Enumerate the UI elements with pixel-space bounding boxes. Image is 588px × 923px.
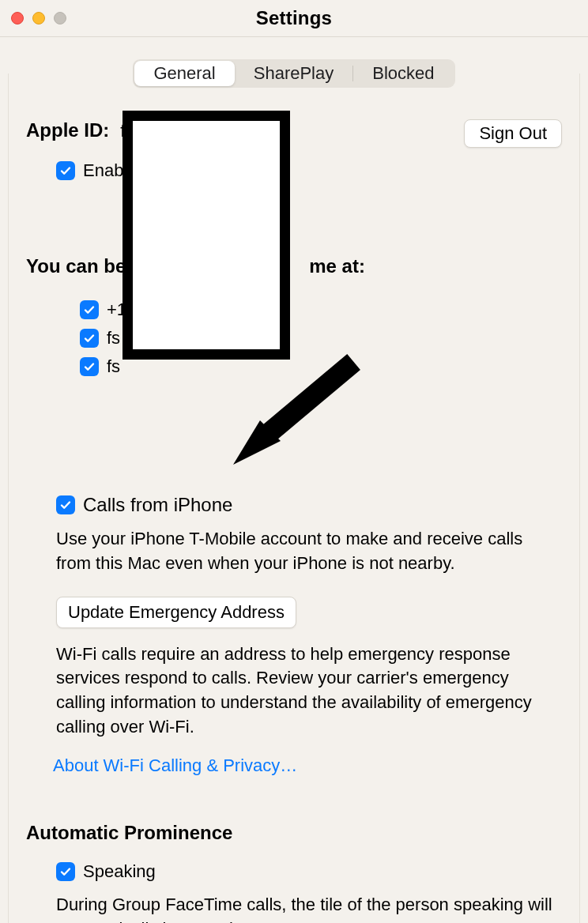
window-title: Settings: [0, 7, 588, 29]
titlebar: Settings: [0, 0, 588, 37]
reachable-checkbox-2[interactable]: [80, 357, 99, 376]
reachable-label-1: fs: [107, 328, 120, 348]
reachable-heading-prefix: You can be: [26, 255, 126, 277]
update-emergency-address-button[interactable]: Update Emergency Address: [56, 597, 296, 628]
check-icon: [59, 164, 72, 177]
apple-id-label-wrap: Apple ID: f: [26, 119, 125, 141]
svg-rect-1: [262, 354, 360, 441]
wifi-calling-privacy-link[interactable]: About Wi-Fi Calling & Privacy…: [53, 755, 297, 776]
calls-from-iphone-section: Calls from iPhone Use your iPhone T-Mobi…: [26, 494, 562, 776]
check-icon: [83, 360, 96, 373]
sign-out-button[interactable]: Sign Out: [464, 119, 562, 148]
apple-id-label: Apple ID:: [26, 119, 109, 141]
automatic-prominence-heading: Automatic Prominence: [26, 822, 562, 844]
calls-description: Use your iPhone T-Mobile account to make…: [56, 527, 562, 576]
reachable-checkbox-0[interactable]: [80, 300, 99, 319]
settings-panel: Apple ID: f Sign Out Enab You can be me …: [8, 73, 580, 923]
check-icon: [59, 865, 72, 878]
calls-from-iphone-checkbox[interactable]: [56, 495, 75, 514]
enable-account-label: Enab: [83, 160, 123, 181]
speaking-checkbox[interactable]: [56, 862, 75, 881]
annotation-arrow-icon: [233, 350, 371, 465]
check-icon: [83, 303, 96, 316]
calls-from-iphone-label: Calls from iPhone: [83, 494, 232, 516]
calls-from-iphone-row: Calls from iPhone: [56, 494, 562, 516]
automatic-prominence-section: Automatic Prominence Speaking During Gro…: [26, 822, 562, 923]
reachable-heading: You can be me at:: [26, 255, 562, 277]
reachable-label-2: fs: [107, 356, 120, 377]
wifi-calls-description: Wi-Fi calls require an address to help e…: [56, 642, 562, 740]
enable-account-checkbox[interactable]: [56, 161, 75, 180]
speaking-row: Speaking: [56, 861, 562, 882]
check-icon: [59, 499, 72, 511]
redaction-overlay: [122, 111, 290, 360]
check-icon: [83, 332, 96, 345]
speaking-description: During Group FaceTime calls, the tile of…: [56, 893, 562, 923]
reachable-heading-suffix: me at:: [309, 255, 365, 277]
apple-id-row: Apple ID: f Sign Out: [26, 119, 562, 148]
speaking-label: Speaking: [83, 861, 156, 882]
reachable-checkbox-1[interactable]: [80, 329, 99, 348]
